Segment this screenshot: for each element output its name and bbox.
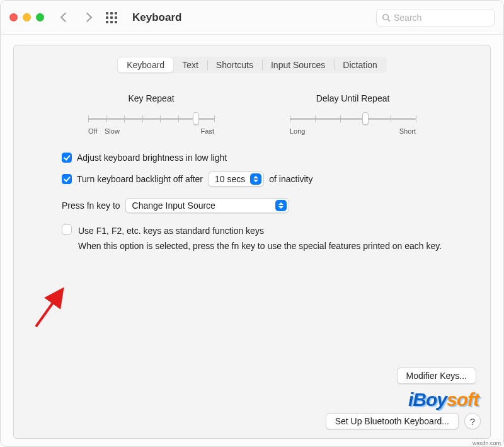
- search-icon: [382, 13, 391, 22]
- key-repeat-fast-label: Fast: [201, 127, 214, 135]
- window-title: Keyboard: [132, 11, 181, 24]
- adjust-brightness-row: Adjust keyboard brightness in low light: [62, 153, 442, 163]
- delay-slider[interactable]: [290, 112, 416, 125]
- show-all-icon[interactable]: [106, 12, 117, 23]
- bluetooth-keyboard-button[interactable]: Set Up Bluetooth Keyboard...: [326, 413, 459, 429]
- use-fkeys-checkbox[interactable]: [62, 224, 72, 235]
- stepper-icon: [250, 173, 261, 185]
- tab-keyboard[interactable]: Keyboard: [118, 57, 173, 73]
- tab-input-sources[interactable]: Input Sources: [262, 57, 334, 73]
- key-repeat-title: Key Repeat: [82, 93, 220, 103]
- annotation-arrow-icon: [33, 286, 67, 330]
- delay-long-label: Long: [290, 127, 305, 135]
- content-panel: Keyboard Text Shortcuts Input Sources Di…: [13, 45, 491, 439]
- adjust-brightness-checkbox[interactable]: [62, 153, 72, 163]
- fn-press-popup[interactable]: Change Input Source: [125, 198, 289, 213]
- tab-bar: Keyboard Text Shortcuts Input Sources Di…: [14, 57, 490, 73]
- slider-knob[interactable]: [362, 112, 369, 125]
- help-button[interactable]: ?: [464, 413, 481, 429]
- delay-block: Delay Until Repeat Long Short: [284, 93, 422, 135]
- backlight-off-row: Turn keyboard backlight off after 10 sec…: [62, 171, 442, 187]
- toolbar: Keyboard: [1, 1, 503, 35]
- use-fkeys-row: Use F1, F2, etc. keys as standard functi…: [62, 224, 442, 253]
- zoom-button[interactable]: [36, 13, 44, 21]
- source-watermark: wsxdn.com: [472, 440, 501, 446]
- tab-dictation[interactable]: Dictation: [334, 57, 386, 73]
- nav-arrows: [62, 14, 91, 21]
- search-input[interactable]: [394, 13, 489, 23]
- svg-point-0: [383, 14, 389, 20]
- minimize-button[interactable]: [23, 13, 31, 21]
- fn-press-popup-value: Change Input Source: [132, 200, 215, 211]
- options-section: Adjust keyboard brightness in low light …: [14, 135, 490, 253]
- key-repeat-off-label: Off: [88, 127, 105, 135]
- modifier-keys-button[interactable]: Modifier Keys...: [397, 368, 476, 384]
- tab-shortcuts[interactable]: Shortcuts: [207, 57, 262, 73]
- watermark-logo: iBoysoft: [408, 389, 479, 410]
- key-repeat-block: Key Repeat Off Slow Fast: [82, 93, 220, 135]
- close-button[interactable]: [9, 13, 18, 21]
- window-controls: [9, 13, 44, 21]
- preferences-window: Keyboard Keyboard Text Shortcuts Input S…: [0, 0, 504, 447]
- sliders-row: Key Repeat Off Slow Fast Delay Until Rep…: [14, 73, 490, 135]
- forward-button[interactable]: [83, 13, 93, 23]
- search-field[interactable]: [376, 9, 495, 26]
- delay-title: Delay Until Repeat: [284, 93, 422, 103]
- use-fkeys-text: Use F1, F2, etc. keys as standard functi…: [78, 224, 442, 253]
- back-button[interactable]: [60, 13, 71, 23]
- tab-text[interactable]: Text: [173, 57, 207, 73]
- svg-line-1: [388, 19, 391, 21]
- key-repeat-slider[interactable]: [88, 112, 214, 125]
- key-repeat-slow-label: Slow: [105, 127, 120, 135]
- backlight-off-checkbox[interactable]: [62, 174, 72, 184]
- adjust-brightness-label: Adjust keyboard brightness in low light: [77, 153, 227, 163]
- stepper-icon: [275, 200, 287, 211]
- fn-press-label: Press fn key to: [62, 200, 120, 211]
- backlight-off-popup-value: 10 secs: [215, 174, 245, 184]
- backlight-off-label-post: of inactivity: [269, 174, 312, 184]
- backlight-off-popup[interactable]: 10 secs: [208, 171, 264, 187]
- use-fkeys-hint: When this option is selected, press the …: [78, 240, 442, 252]
- slider-knob[interactable]: [193, 112, 199, 125]
- fn-press-row: Press fn key to Change Input Source: [62, 198, 442, 213]
- use-fkeys-label: Use F1, F2, etc. keys as standard functi…: [78, 224, 442, 237]
- svg-line-2: [36, 291, 61, 327]
- backlight-off-label-pre: Turn keyboard backlight off after: [77, 174, 203, 184]
- delay-short-label: Short: [399, 127, 416, 135]
